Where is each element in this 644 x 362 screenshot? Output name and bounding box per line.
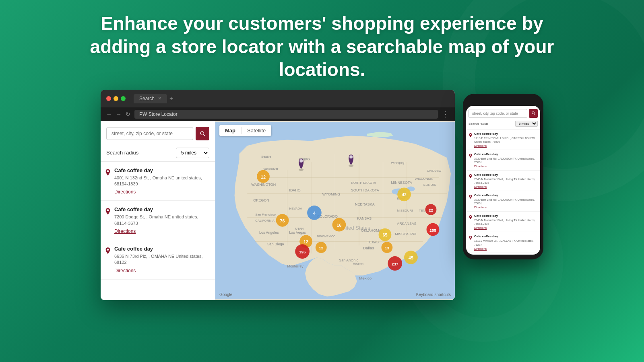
store-address: 7200 Dodge St, , Omaha NE united states,… <box>114 214 209 226</box>
svg-text:WISCONSIN: WISCONSIN <box>415 177 433 180</box>
svg-text:Dallas: Dallas <box>363 246 374 250</box>
svg-point-93 <box>470 154 471 156</box>
store-pin-icon <box>105 247 111 274</box>
phone-store-item: Cafe coffee day 18131 MARSH LN, , DALLAS… <box>466 232 540 253</box>
svg-text:Mexico: Mexico <box>359 276 372 280</box>
phone-store-info: Cafe coffee day 18131 MARSH LN, , DALLAS… <box>474 234 538 250</box>
store-list: Cafe coffee day 4001 N 132nd St, , Omaha… <box>101 162 215 300</box>
phone-store-directions-link[interactable]: Directions <box>474 206 538 209</box>
phone-store-name: Cafe coffee day <box>474 152 538 156</box>
svg-text:NEVADA: NEVADA <box>289 207 302 210</box>
phone-store-directions-link[interactable]: Directions <box>474 185 538 188</box>
svg-text:MISSISSIPPI: MISSISSIPPI <box>395 232 416 236</box>
phone-store-pin-icon <box>469 194 473 209</box>
store-directions-link[interactable]: Directions <box>114 228 209 234</box>
phone-radius-row: Search radius 5 miles <box>469 120 538 128</box>
maximize-button[interactable] <box>121 96 126 101</box>
phone-store-info: Cafe coffee day 1213 E TRINITY MILLS RD,… <box>474 132 538 147</box>
phone-store-address: 3730 Belt Line Rd, , ADDISON TX United s… <box>474 198 538 205</box>
phone-store-address: 7845 N Macarthur Blvd, , Irving TX Unite… <box>474 218 538 226</box>
phone-store-info: Cafe coffee day 7845 N Macarthur Blvd, ,… <box>474 173 538 188</box>
svg-point-2 <box>107 170 109 172</box>
phone-store-directions-link[interactable]: Directions <box>474 247 538 250</box>
phone-search-button[interactable] <box>529 109 538 118</box>
svg-point-95 <box>470 195 471 197</box>
store-directions-link[interactable]: Directions <box>114 268 209 274</box>
active-tab[interactable]: Search ✕ <box>134 94 167 103</box>
search-button[interactable] <box>196 127 209 140</box>
phone-store-name: Cafe coffee day <box>474 173 538 177</box>
svg-point-0 <box>200 132 204 135</box>
phone-store-name: Cafe coffee day <box>474 234 538 238</box>
back-button[interactable]: ← <box>106 111 112 117</box>
svg-text:MISSOURI: MISSOURI <box>397 208 413 212</box>
svg-point-3 <box>107 210 109 212</box>
svg-text:16: 16 <box>336 222 341 227</box>
store-pin-icon <box>105 208 111 234</box>
phone-store-directions-link[interactable]: Directions <box>474 165 538 168</box>
svg-text:SOUTH DAKOTA: SOUTH DAKOTA <box>351 188 379 192</box>
map-area: Map Satellite <box>215 121 455 300</box>
radius-select[interactable]: 5 miles 10 miles 25 miles 50 miles <box>176 148 209 158</box>
phone-store-address: 1213 E TRINITY MILLS RD, , CARROLLTON TX… <box>474 136 538 144</box>
svg-text:237: 237 <box>392 261 398 266</box>
svg-text:WYOMING: WYOMING <box>322 192 341 196</box>
phone-store-pin-icon <box>469 235 473 250</box>
phone-store-address: 7845 N Macarthur Blvd, , Irving TX Unite… <box>474 177 538 185</box>
store-item: Cafe coffee day 7200 Dodge St, , Omaha N… <box>101 201 215 240</box>
tab-label: Search <box>139 96 155 101</box>
menu-button[interactable]: ⋮ <box>442 110 449 119</box>
svg-point-4 <box>107 249 109 251</box>
forward-button[interactable]: → <box>116 111 122 117</box>
svg-point-96 <box>470 216 471 217</box>
address-bar[interactable]: PW Store Locator <box>134 110 438 119</box>
svg-text:ONTARIO: ONTARIO <box>427 169 442 172</box>
phone-outer: Search radius 5 miles Cafe coffee day <box>463 94 543 259</box>
svg-text:OREGON: OREGON <box>253 198 269 202</box>
search-input[interactable] <box>106 127 193 140</box>
store-name: Cafe coffee day <box>114 206 209 212</box>
svg-text:NORTH DAKOTA: NORTH DAKOTA <box>351 181 376 184</box>
browser-window: Search ✕ + ← → ↻ PW Store Locator ⋮ <box>101 90 455 300</box>
svg-text:TEXAS: TEXAS <box>367 240 379 244</box>
svg-point-92 <box>470 134 471 135</box>
svg-point-94 <box>470 175 471 176</box>
map-tab-satellite[interactable]: Satellite <box>242 125 271 136</box>
svg-text:San Antonio: San Antonio <box>339 258 358 262</box>
svg-text:45: 45 <box>409 255 413 260</box>
phone-store-name: Cafe coffee day <box>474 132 538 136</box>
phone-store-pin-icon <box>469 132 473 147</box>
tab-close-icon[interactable]: ✕ <box>158 96 161 101</box>
svg-text:UTAH: UTAH <box>295 226 303 230</box>
svg-text:4: 4 <box>313 210 316 215</box>
phone-store-directions-link[interactable]: Directions <box>474 226 538 229</box>
phone-notch <box>491 99 515 104</box>
svg-point-90 <box>532 111 535 114</box>
store-name: Cafe coffee day <box>114 246 209 252</box>
svg-line-1 <box>204 134 205 136</box>
svg-text:KANSAS: KANSAS <box>357 216 372 220</box>
map-tab-map[interactable]: Map <box>219 125 241 136</box>
phone-radius-label: Search radius <box>469 122 488 125</box>
tab-area: Search ✕ + <box>134 94 449 103</box>
store-directions-link[interactable]: Directions <box>114 189 209 195</box>
svg-text:Winnipeg: Winnipeg <box>391 160 404 164</box>
svg-line-91 <box>534 113 535 114</box>
svg-text:Las Vegas: Las Vegas <box>289 230 306 234</box>
phone-mockup: Search radius 5 miles Cafe coffee day <box>463 94 543 259</box>
reload-button[interactable]: ↻ <box>126 111 130 117</box>
phone-store-address: 18131 MARSH LN, , DALLAS TX United state… <box>474 239 538 246</box>
search-area <box>101 121 215 144</box>
svg-text:255: 255 <box>429 228 436 232</box>
phone-store-directions-link[interactable]: Directions <box>474 144 538 147</box>
new-tab-icon[interactable]: + <box>169 95 173 102</box>
svg-text:42: 42 <box>402 192 407 197</box>
store-address: 4001 N 132nd St, , Omaha NE united state… <box>114 175 209 187</box>
close-button[interactable] <box>106 96 111 101</box>
store-info: Cafe coffee day 7200 Dodge St, , Omaha N… <box>114 206 209 234</box>
minimize-button[interactable] <box>114 96 118 101</box>
phone-radius-select[interactable]: 5 miles <box>515 121 538 127</box>
svg-text:ILLINOIS: ILLINOIS <box>423 183 436 186</box>
store-info: Cafe coffee day 6636 N 73rd Plz, , OMAHA… <box>114 246 209 274</box>
phone-search-input[interactable] <box>469 109 527 118</box>
